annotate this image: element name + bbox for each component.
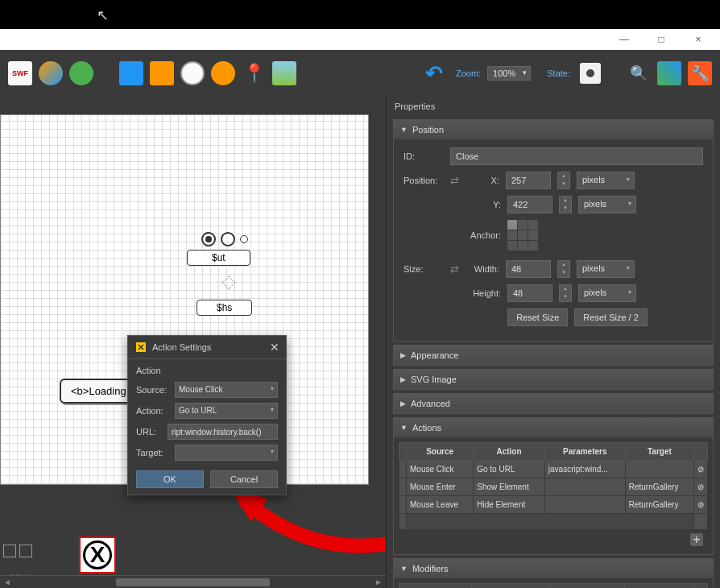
pin-icon[interactable]: 📍: [242, 61, 266, 85]
ut-field[interactable]: $ut: [187, 250, 250, 266]
modifiers-table: Target Source Factor Offset: [399, 583, 708, 588]
zoom-select[interactable]: 100%: [487, 66, 531, 81]
appearance-header[interactable]: ▶Appearance: [394, 346, 713, 365]
reset-size-button[interactable]: Reset Size: [507, 308, 568, 326]
cancel-button[interactable]: Cancel: [210, 470, 278, 488]
height-spinner[interactable]: ▲▼: [559, 284, 572, 302]
window-minimize-button[interactable]: —: [606, 29, 643, 50]
cell-source: Mouse Click: [407, 461, 474, 478]
cell-source: Mouse Leave: [407, 496, 474, 514]
main-toolbar: SWF 📍 ↶ Zoom: 100% State: 🔍 🔧: [0, 50, 720, 97]
small-icons[interactable]: [3, 545, 32, 557]
position-header[interactable]: ▼ Position: [394, 120, 713, 139]
x-circle-icon: X: [83, 540, 112, 569]
cell-action: Show Element: [474, 478, 545, 496]
anchor-label: Anchor:: [467, 230, 501, 240]
properties-panel: Properties ▼ Position ID: Position: ⇄ X:…: [387, 97, 720, 588]
width-label: Width:: [466, 264, 499, 274]
y-spinner[interactable]: ▲▼: [559, 196, 572, 213]
reset-size-half-button[interactable]: Reset Size / 2: [574, 308, 647, 326]
advanced-section: ▶Advanced: [393, 393, 714, 414]
hs-field[interactable]: $hs: [197, 300, 252, 316]
id-input[interactable]: [450, 147, 703, 165]
radio-small-icon: [240, 235, 248, 243]
height-input[interactable]: [507, 284, 552, 302]
y-input[interactable]: [507, 196, 552, 213]
window-close-button[interactable]: ×: [680, 29, 717, 50]
cell-target: ReturnGallery: [625, 478, 693, 496]
actions-section: ▼Actions Source Action Parameters Target…: [393, 417, 714, 555]
y-label: Y:: [467, 200, 501, 209]
compass-icon[interactable]: [180, 61, 205, 85]
size-label: Size:: [403, 264, 444, 274]
height-unit-select[interactable]: pixels: [578, 284, 636, 302]
swf-icon[interactable]: SWF: [8, 61, 32, 85]
ok-button[interactable]: OK: [136, 470, 204, 488]
palette-icon[interactable]: [657, 61, 681, 85]
scroll-left-icon[interactable]: ◄: [3, 578, 11, 586]
x-spinner[interactable]: ▲▼: [557, 172, 570, 189]
x-input[interactable]: [506, 172, 551, 189]
anchor-picker[interactable]: [507, 220, 538, 251]
source-select[interactable]: Mouse Click: [175, 382, 278, 398]
add-action-button[interactable]: +: [690, 533, 703, 546]
tools-icon[interactable]: 🔧: [688, 61, 712, 85]
source-label: Source:: [136, 385, 170, 395]
modifiers-section: ▼Modifiers Target Source Factor Offset +: [393, 558, 714, 588]
modifiers-header[interactable]: ▼Modifiers: [394, 559, 713, 578]
grid-icon[interactable]: [150, 61, 174, 85]
search-icon[interactable]: 🔍: [627, 61, 651, 85]
link-icon[interactable]: ⇄: [450, 175, 459, 187]
link-icon[interactable]: ⇄: [450, 263, 459, 275]
canvas-area: $ut $hs <b>Loading. X Return to Gallery …: [0, 97, 387, 588]
action-select[interactable]: Go to URL: [175, 403, 278, 419]
advanced-header[interactable]: ▶Advanced: [394, 394, 713, 413]
cell-params: javascript:wind...: [544, 461, 625, 478]
delete-row-icon[interactable]: ⊘: [694, 496, 708, 514]
canvas-h-scrollbar[interactable]: ◄ ►: [0, 575, 386, 588]
canvas-viewport[interactable]: $ut $hs <b>Loading. X Return to Gallery …: [0, 97, 386, 575]
window-controls: — □ ×: [0, 29, 720, 50]
col-source: Source: [407, 443, 474, 461]
position-section: ▼ Position ID: Position: ⇄ X: ▲▼ pixels: [393, 119, 714, 342]
delete-row-icon[interactable]: ⊘: [694, 461, 708, 478]
url-label: URL:: [136, 427, 163, 437]
delete-row-icon[interactable]: ⊘: [694, 478, 708, 496]
target-icon[interactable]: [211, 61, 235, 85]
scroll-thumb[interactable]: [116, 578, 271, 586]
zoom-label: Zoom:: [456, 68, 481, 78]
undo-icon[interactable]: ↶: [422, 61, 446, 85]
mcol-offset: Offset: [624, 584, 694, 589]
width-input[interactable]: [506, 260, 551, 278]
row-handle[interactable]: [399, 478, 407, 496]
mcol-source: Source: [471, 584, 551, 589]
dialog-titlebar[interactable]: Action Settings ✕: [128, 336, 286, 359]
width-spinner[interactable]: ▲▼: [557, 260, 570, 278]
svg-header[interactable]: ▶SVG Image: [394, 370, 713, 389]
table-row[interactable]: Mouse LeaveHide ElementReturnGallery⊘: [399, 496, 708, 514]
cursor-icon: ↖: [97, 6, 109, 24]
globe-icon[interactable]: [39, 61, 63, 85]
window-maximize-button[interactable]: □: [643, 29, 680, 50]
y-unit-select[interactable]: pixels: [578, 196, 636, 213]
url-input[interactable]: [168, 424, 278, 440]
table-row[interactable]: Mouse ClickGo to URLjavascript:wind...⊘: [399, 461, 708, 478]
globe-green-icon[interactable]: [69, 61, 93, 85]
table-row[interactable]: Mouse EnterShow ElementReturnGallery⊘: [399, 478, 708, 496]
state-select[interactable]: [580, 63, 601, 84]
row-handle[interactable]: [399, 461, 407, 478]
dialog-close-icon[interactable]: ✕: [270, 341, 279, 354]
dialog-title: Action Settings: [152, 342, 270, 352]
chevron-right-icon: ▶: [400, 351, 406, 359]
map-icon[interactable]: [272, 61, 296, 85]
svg-section: ▶SVG Image: [393, 369, 714, 390]
layout-icon[interactable]: [119, 61, 143, 85]
x-unit-select[interactable]: pixels: [577, 172, 635, 189]
width-unit-select[interactable]: pixels: [577, 260, 635, 278]
radio-group[interactable]: [201, 232, 248, 246]
actions-header[interactable]: ▼Actions: [394, 418, 713, 437]
close-element[interactable]: X: [79, 536, 116, 574]
target-select[interactable]: [175, 445, 278, 461]
scroll-right-icon[interactable]: ►: [374, 578, 383, 586]
row-handle[interactable]: [399, 496, 407, 514]
